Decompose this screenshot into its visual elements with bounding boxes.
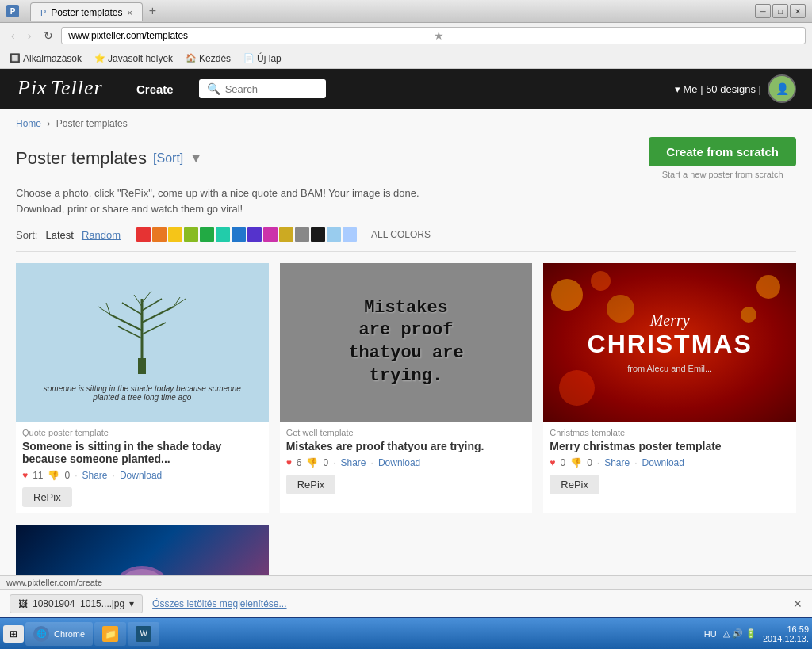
download-item: 🖼 10801904_1015....jpg ▾	[10, 594, 143, 613]
swatch-black[interactable]	[311, 227, 325, 242]
template-thumb-tree[interactable]: someone is sitting in the shade today be…	[16, 263, 269, 422]
bookmark-start[interactable]: 🏠 Kezdés	[182, 52, 234, 65]
create-from-scratch-button[interactable]: Create from scratch	[649, 137, 796, 166]
repix-button-christmas[interactable]: RePix	[550, 475, 599, 494]
download-link-mistakes[interactable]: Download	[378, 457, 420, 468]
search-box[interactable]: 🔍	[199, 79, 326, 98]
share-link-christmas[interactable]: Share	[604, 457, 630, 468]
back-button[interactable]: ‹	[6, 28, 20, 44]
time: 16:59	[763, 624, 809, 634]
nav-bar: ‹ › ↻ www.pixteller.com/templates ★	[0, 23, 812, 48]
sort-link[interactable]: [Sort]	[153, 151, 183, 166]
file-icon: 🖼	[18, 598, 28, 609]
window-controls: ─ □ ✕	[755, 4, 806, 18]
template-name-christmas: Merry christmas poster template	[550, 440, 790, 452]
site-logo[interactable]: Pix Teller	[16, 74, 111, 104]
share-link-tree[interactable]: Share	[82, 470, 108, 481]
repix-button-mistakes[interactable]: RePix	[286, 475, 336, 494]
sort-arrow-icon[interactable]: ▼	[190, 151, 202, 166]
template-card-tree: someone is sitting in the shade today be…	[16, 263, 269, 513]
page-icon: 📄	[243, 53, 255, 63]
dislike-icon: 👎	[570, 457, 582, 468]
sort-random[interactable]: Random	[82, 229, 121, 241]
swatch-purple[interactable]	[247, 227, 262, 242]
christmas-sub-text: from Alecu and Emil...	[627, 364, 712, 373]
create-btn-subtitle: Start a new poster from scratch	[649, 170, 796, 179]
start-button[interactable]: ⊞	[3, 625, 24, 643]
download-bar: 🖼 10801904_1015....jpg ▾ Összes letöltés…	[0, 589, 812, 617]
search-input[interactable]	[225, 83, 312, 95]
bookmark-star[interactable]: ★	[434, 29, 799, 42]
swatch-pink[interactable]	[263, 227, 278, 242]
taskbar-explorer[interactable]: 📁	[94, 622, 126, 646]
download-bar-close[interactable]: ✕	[793, 597, 802, 610]
swatch-red[interactable]	[136, 227, 151, 242]
swatch-green[interactable]	[200, 227, 214, 242]
christmas-merry-text: Merry	[650, 311, 690, 330]
bookmark-label: Kezdés	[199, 53, 231, 64]
taskbar: ⊞ 🌐 Chrome 📁 W HU △ 🔊 🔋 16:59 2014.12.13…	[0, 617, 812, 649]
minimize-button[interactable]: ─	[755, 4, 771, 18]
user-menu[interactable]: ▾ Me | 50 designs | 👤	[675, 74, 796, 103]
download-link-christmas[interactable]: Download	[642, 457, 684, 468]
swatch-teal[interactable]	[216, 227, 230, 242]
share-link-mistakes[interactable]: Share	[341, 457, 366, 468]
svg-line-9	[142, 299, 162, 311]
swatch-orange[interactable]	[152, 227, 167, 242]
bookmark-label: Javasolt helyek	[108, 53, 173, 64]
template-thumb-christmas[interactable]: Merry CHRISTMAS from Alecu and Emil...	[543, 263, 796, 422]
repix-button-tree[interactable]: RePix	[22, 487, 72, 507]
taskbar-browser[interactable]: 🌐 Chrome	[25, 622, 93, 646]
color-swatches	[136, 227, 357, 242]
svg-text:Pix: Pix	[17, 76, 48, 99]
start-icon: ⊞	[10, 628, 17, 639]
bookmark-new-tab[interactable]: 📄 Új lap	[240, 52, 285, 65]
template-name-tree: Someone is sitting in the shade today be…	[22, 440, 262, 465]
star-icon: ⭐	[94, 53, 105, 63]
swatch-light-blue[interactable]	[327, 227, 341, 242]
breadcrumb-separator: ›	[47, 118, 50, 129]
page-title: Poster templates [Sort] ▼	[16, 148, 202, 169]
template-actions-christmas: ♥ 0 👎 0 · Share · Download	[550, 457, 790, 468]
swatch-pale-blue[interactable]	[343, 227, 357, 242]
bookmark-apps[interactable]: 🔲 Alkalmazások	[6, 52, 85, 65]
swatch-gray[interactable]	[295, 227, 309, 242]
maximize-button[interactable]: □	[772, 4, 788, 18]
swatch-gold[interactable]	[279, 227, 293, 242]
dislike-count-tree: 0	[64, 470, 70, 481]
active-tab[interactable]: P Poster templates ×	[30, 2, 143, 21]
heart-icon: ♥	[550, 457, 555, 468]
all-downloads-link[interactable]: Összes letöltés megjelenítése...	[152, 598, 286, 609]
taskbar-word[interactable]: W	[128, 622, 159, 646]
bookmark-suggested[interactable]: ⭐ Javasolt helyek	[91, 52, 176, 65]
template-name-mistakes: Mistakes are proof thatyou are trying.	[286, 440, 527, 452]
swatch-blue[interactable]	[232, 227, 246, 242]
reload-button[interactable]: ↻	[39, 28, 58, 44]
tab-bar: P Poster templates × +	[24, 1, 750, 21]
url-display: www.pixteller.com/templates	[68, 30, 433, 41]
address-bar[interactable]: www.pixteller.com/templates ★	[61, 27, 806, 44]
browser-icon: 🌐	[33, 626, 49, 642]
download-link-tree[interactable]: Download	[120, 470, 162, 481]
tab-close-btn[interactable]: ×	[127, 8, 132, 17]
user-avatar[interactable]: 👤	[768, 74, 796, 103]
template-type-christmas: Christmas template	[550, 428, 790, 437]
tab-title: Poster templates	[51, 7, 122, 18]
breadcrumb-home[interactable]: Home	[16, 118, 41, 129]
template-thumb-mistakes[interactable]: Mistakes are proof thatyou are trying.	[280, 263, 533, 422]
sort-colors-bar: Sort: Latest Random ALL COLORS	[16, 227, 796, 252]
create-nav-item[interactable]: Create	[127, 78, 183, 101]
swatch-lime[interactable]	[184, 227, 198, 242]
all-colors-link[interactable]: ALL COLORS	[371, 229, 431, 240]
close-button[interactable]: ✕	[790, 4, 806, 18]
template-type-mistakes: Get well template	[286, 428, 527, 437]
swatch-yellow[interactable]	[168, 227, 182, 242]
new-tab-button[interactable]: +	[143, 1, 163, 21]
website: Pix Teller Create 🔍 ▾ Me | 50 designs | …	[0, 69, 812, 649]
sort-label: Sort:	[16, 229, 37, 241]
user-label: ▾ Me | 50 designs |	[675, 83, 761, 95]
page-title-row: Poster templates [Sort] ▼ Create from sc…	[16, 137, 796, 179]
sort-latest[interactable]: Latest	[45, 229, 73, 241]
svg-line-15	[174, 297, 180, 307]
forward-button[interactable]: ›	[23, 28, 36, 44]
